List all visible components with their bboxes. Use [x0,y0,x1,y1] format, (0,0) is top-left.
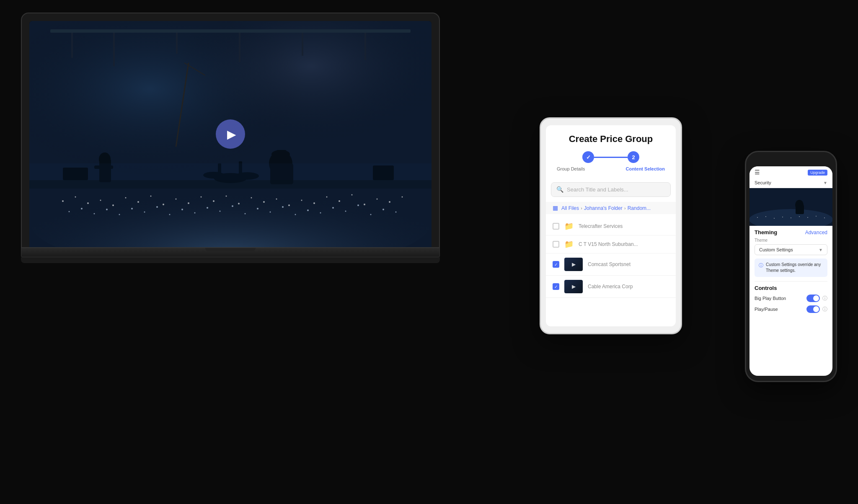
svg-point-35 [339,200,340,202]
hamburger-icon[interactable]: ☰ [755,169,760,176]
breadcrumb-folder1[interactable]: Johanna's Folder [584,205,623,211]
big-play-button-switch[interactable] [806,295,820,302]
svg-point-90 [774,218,775,219]
file-row-1[interactable]: 📁 Telecrafter Services [546,217,676,235]
search-bar[interactable]: 🔍 Search Title and Labels... [551,182,671,197]
folder-icon-2: 📁 [564,240,574,249]
phone-screen: ☰ Upgrade Security ▼ [749,166,832,376]
search-placeholder: Search Title and Labels... [567,186,628,193]
filename-3: Comcast Sportsnet [588,261,669,267]
svg-point-53 [220,211,221,212]
svg-rect-87 [796,205,804,214]
svg-point-18 [125,197,127,199]
file-row-2[interactable]: 📁 C T V15 North Suburban... [546,235,676,253]
svg-point-52 [207,207,208,209]
svg-rect-7 [239,33,240,62]
svg-point-61 [320,212,321,214]
checkbox-2[interactable] [553,241,559,248]
svg-point-54 [232,205,233,207]
svg-point-88 [757,217,758,218]
svg-rect-3 [50,29,411,33]
phone-video-thumb [749,188,832,226]
tablet-header: Create Price Group ✓ 2 Group Details Con… [546,125,676,182]
play-pause-info-icon: ⓘ [822,306,827,313]
step-2-label: Content Selection [625,166,665,171]
play-pause-knob [813,306,819,312]
play-icon: ▶ [227,127,236,141]
theme-dropdown[interactable]: Custom Settings ▼ [755,244,827,255]
play-button[interactable]: ▶ [216,119,245,149]
svg-point-60 [307,209,309,211]
svg-point-29 [263,201,265,203]
svg-point-17 [112,204,114,206]
svg-point-41 [69,211,70,212]
laptop-device: ▶ ⏭ 0:15 🔊 ⏮ [21,13,440,263]
svg-point-64 [357,204,359,206]
svg-point-27 [238,203,240,204]
info-text: Custom Settings override any Theme setti… [766,262,823,274]
laptop-base [21,248,440,257]
svg-point-21 [163,204,164,205]
step-1-circle: ✓ [582,151,594,163]
big-play-button-label: Big Play Button [755,296,786,301]
laptop-hinge [205,248,256,251]
svg-point-30 [276,199,277,200]
video-thumbnail-2: ▶ [564,280,583,293]
svg-point-49 [169,214,171,215]
file-row-4[interactable]: ✓ ▶ Cable America Corp [546,276,676,298]
breadcrumb-sep-2: › [624,205,626,211]
breadcrumb-folder2[interactable]: Random... [628,205,651,211]
security-row[interactable]: Security ▼ [749,178,832,188]
svg-point-51 [194,212,196,214]
svg-point-48 [156,206,158,208]
phone-content: Theming Advanced Theme Custom Settings ▼… [749,226,832,320]
svg-point-16 [100,200,101,201]
security-dropdown-arrow: ▼ [823,181,827,185]
tablet-device: Create Price Group ✓ 2 Group Details Con… [540,117,682,334]
play-pause-label: Play/Pause [755,307,778,312]
svg-point-39 [389,201,390,203]
breadcrumb-sep-1: › [581,205,582,211]
play-pause-toggle-row: Play/Pause ⓘ [755,305,827,313]
svg-point-20 [150,196,152,197]
svg-point-56 [257,208,258,209]
file-row-3[interactable]: ✓ ▶ Comcast Sportsnet [546,253,676,276]
svg-point-57 [270,212,271,213]
svg-point-44 [106,209,108,210]
svg-point-63 [345,211,346,212]
step-2-circle: 2 [628,151,639,163]
laptop-screen-outer: ▶ ⏭ 0:15 🔊 ⏮ [21,13,440,248]
play-pause-switch[interactable] [806,305,820,313]
svg-point-46 [131,208,133,209]
svg-point-36 [351,194,353,196]
step-1-checkmark: ✓ [586,154,591,160]
svg-point-22 [176,199,177,200]
checkbox-3[interactable]: ✓ [553,261,559,268]
svg-point-67 [395,212,397,213]
breadcrumb-root[interactable]: All Files [561,205,579,211]
theming-row: Theming Advanced [755,229,827,235]
svg-point-23 [188,202,189,204]
breadcrumb: ▦ All Files › Johanna's Folder › Random.… [546,202,676,214]
laptop-screen-inner: ▶ ⏭ 0:15 🔊 ⏮ [29,21,432,247]
svg-rect-4 [71,33,73,58]
svg-point-25 [213,200,214,202]
video-thumbnail-1: ▶ [564,258,583,271]
filename-1: Telecrafter Services [579,223,669,229]
thumb-play-2: ▶ [572,284,576,290]
advanced-link[interactable]: Advanced [805,230,827,235]
svg-point-13 [62,200,64,202]
svg-point-19 [137,201,139,203]
checkbox-4[interactable]: ✓ [553,283,559,290]
play-pause-right: ⓘ [806,305,827,313]
svg-point-28 [251,197,252,199]
file-list: 📁 Telecrafter Services 📁 C T V15 North S… [546,216,676,300]
upgrade-badge[interactable]: Upgrade [808,170,827,176]
svg-point-37 [364,204,365,205]
filename-2: C T V15 North Suburban... [579,241,669,247]
step-2-number: 2 [632,154,635,160]
checkbox-1[interactable] [553,223,559,230]
big-play-info-icon: ⓘ [822,295,827,302]
breadcrumb-folder-icon: ▦ [553,204,558,212]
svg-point-55 [245,213,246,215]
